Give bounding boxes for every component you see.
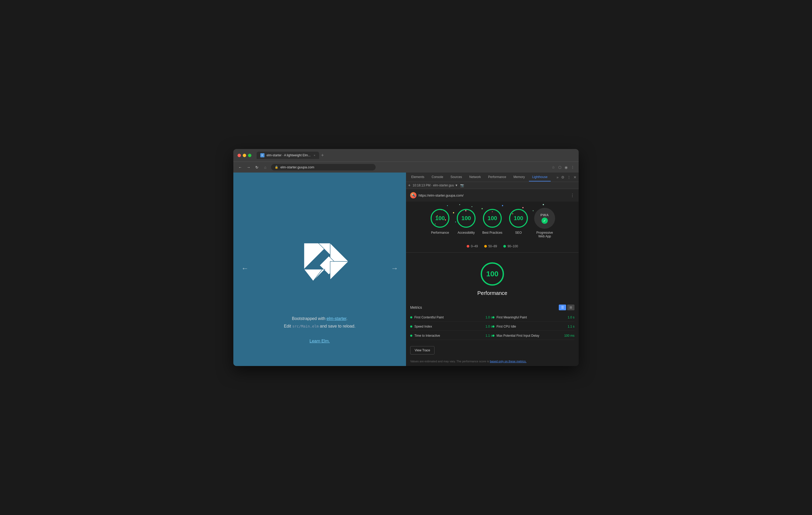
metric-value-mpfid: 100 ms xyxy=(564,334,575,337)
bp-score-label: Best Practices xyxy=(483,231,502,235)
pwa-badge: PWA ✓ xyxy=(534,208,555,229)
profile-icon[interactable]: ◉ xyxy=(564,165,568,170)
tangram-logo xyxy=(288,233,351,290)
more-tabs-icon[interactable]: » xyxy=(556,175,558,179)
scores-row: 100 Performance 100 Acces xyxy=(406,202,579,242)
score-performance: 100 Performance xyxy=(430,208,451,235)
lock-icon: 🔒 xyxy=(275,165,278,169)
prev-arrow[interactable]: ← xyxy=(241,264,249,273)
perf-score-value: 100 xyxy=(435,215,445,222)
tab-performance[interactable]: Performance xyxy=(485,173,509,181)
edit-text-post: and save to reload. xyxy=(319,324,355,328)
view-trace-button[interactable]: View Trace xyxy=(410,346,435,355)
home-button[interactable]: ⌂ xyxy=(263,165,268,170)
svg-point-19 xyxy=(532,210,533,211)
tab-memory[interactable]: Memory xyxy=(511,173,528,181)
legend-red: 0–49 xyxy=(467,244,478,248)
next-arrow[interactable]: → xyxy=(391,264,398,273)
metric-value-fci: 1.1 s xyxy=(568,325,575,328)
legend-orange-label: 50–89 xyxy=(488,244,497,248)
score-accessibility: 100 Accessibility xyxy=(456,208,476,235)
svg-point-8 xyxy=(447,205,448,206)
pwa-text: PWA xyxy=(541,213,549,217)
forward-button[interactable]: → xyxy=(246,165,251,170)
tab-sources[interactable]: Sources xyxy=(447,173,465,181)
metric-name-fmp: First Meaningful Paint xyxy=(496,315,566,319)
metrics-title: Metrics xyxy=(410,305,422,309)
a11y-score-label: Accessibility xyxy=(458,231,474,235)
settings-icon[interactable]: ⚙ xyxy=(561,175,564,179)
thumbnails-row xyxy=(406,365,579,366)
devtools-panel: Elements Console Sources Network Perform… xyxy=(406,173,579,366)
dock-icon[interactable]: ⋮ xyxy=(567,175,571,179)
metric-row-tti: Time to Interactive 1.1 s xyxy=(410,332,492,340)
big-score-section: 100 Performance xyxy=(406,257,579,301)
tab-lighthouse[interactable]: Lighthouse xyxy=(529,173,551,181)
list-view-toggle[interactable]: ☰ xyxy=(559,305,566,310)
bp-score-value: 100 xyxy=(488,215,497,222)
extensions-icon[interactable]: ⬡ xyxy=(558,165,561,170)
metric-row-fcp: First Contentful Paint 1.0 s xyxy=(410,313,492,322)
new-tab-button[interactable]: + xyxy=(321,153,324,158)
a11y-score-value: 100 xyxy=(461,215,471,222)
big-score-label: Performance xyxy=(477,290,508,296)
metric-value-tti: 1.1 s xyxy=(486,334,492,337)
metrics-view-toggles: ☰ ⊞ xyxy=(559,305,575,310)
legend-red-dot xyxy=(467,245,469,248)
website-text: Bootstrapped with elm-starter. Edit src/… xyxy=(284,315,355,345)
svg-marker-1 xyxy=(330,243,348,262)
website-panel: ← → xyxy=(233,173,406,366)
add-session-icon[interactable]: + xyxy=(408,183,410,188)
tab-network[interactable]: Network xyxy=(466,173,484,181)
metric-row-fci: First CPU Idle 1.1 s xyxy=(492,323,575,331)
grid-view-toggle[interactable]: ⊞ xyxy=(567,305,575,310)
lighthouse-logo-icon: 🔦 xyxy=(410,192,416,199)
main-content: ← → xyxy=(233,173,579,366)
metric-row-fmp: First Meaningful Paint 1.0 s xyxy=(492,313,575,322)
metric-name-fci: First CPU Idle xyxy=(496,325,566,328)
address-bar[interactable]: 🔒 elm-starter.guupa.com xyxy=(271,164,376,171)
disclaimer-text: Values are estimated and may vary. The p… xyxy=(410,360,489,363)
metrics-header: Metrics ☰ ⊞ xyxy=(410,305,575,310)
close-devtools-icon[interactable]: ✕ xyxy=(573,175,577,179)
menu-icon[interactable]: ⋮ xyxy=(571,165,575,170)
metric-dot-si xyxy=(410,326,412,328)
svg-point-12 xyxy=(471,206,472,207)
metrics-grid: First Contentful Paint 1.0 s First Meani… xyxy=(410,313,575,340)
lighthouse-menu-icon[interactable]: ⋮ xyxy=(570,193,575,198)
tab-favicon: E xyxy=(260,153,264,157)
seo-score-value: 100 xyxy=(514,215,523,222)
active-tab[interactable]: E elm-starter · A lightweight Elm... × xyxy=(257,152,319,159)
tab-close-button[interactable]: × xyxy=(314,154,315,157)
reload-button[interactable]: ↻ xyxy=(254,165,260,170)
devtools-icons-right: » ⚙ ⋮ ✕ xyxy=(556,175,577,179)
maximize-button[interactable] xyxy=(248,154,252,157)
bookmark-icon[interactable]: ☆ xyxy=(552,165,555,170)
title-bar: E elm-starter · A lightweight Elm... × + xyxy=(233,149,579,161)
camera-icon: 📷 xyxy=(460,183,464,187)
minimize-button[interactable] xyxy=(243,154,246,157)
svg-marker-4 xyxy=(330,262,348,280)
lighthouse-header: 🔦 https://elm-starter.guupa.com/ ⋮ xyxy=(406,189,579,202)
svg-point-16 xyxy=(502,205,503,206)
close-button[interactable] xyxy=(237,154,241,157)
svg-marker-6 xyxy=(304,269,322,281)
elm-starter-link[interactable]: elm-starter xyxy=(326,316,346,321)
legend-orange-dot xyxy=(484,245,487,248)
metric-dot-mpfid xyxy=(492,335,494,337)
nav-icons-right: ☆ ⬡ ◉ ⋮ xyxy=(552,165,575,170)
score-seo: 100 SEO xyxy=(508,208,529,235)
legend-orange: 50–89 xyxy=(484,244,497,248)
tab-console[interactable]: Console xyxy=(429,173,446,181)
pwa-score-label: Progressive Web App xyxy=(534,231,555,238)
back-button[interactable]: ← xyxy=(237,165,243,170)
big-score-value: 100 xyxy=(486,270,499,278)
svg-point-9 xyxy=(453,212,454,214)
svg-point-20 xyxy=(543,204,544,205)
learn-elm-link[interactable]: Learn Elm. xyxy=(310,339,329,343)
metrics-section: Metrics ☰ ⊞ First Contentful Paint 1.0 s xyxy=(406,301,579,343)
disclaimer-link[interactable]: based only on these metrics. xyxy=(490,360,526,363)
tab-elements[interactable]: Elements xyxy=(408,173,428,181)
tab-bar: E elm-starter · A lightweight Elm... × + xyxy=(257,152,575,159)
metric-dot-fmp xyxy=(492,316,494,319)
